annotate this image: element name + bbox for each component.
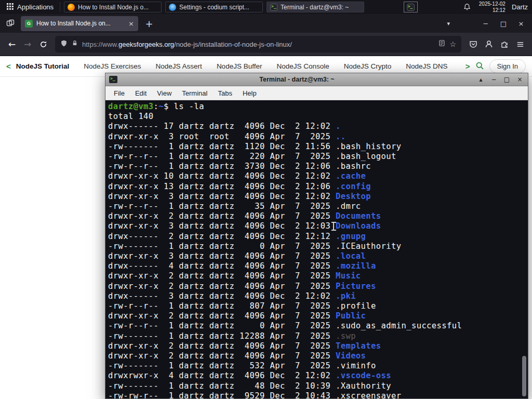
forward-button[interactable]: →	[20, 36, 35, 52]
terminal-close-button[interactable]: ×	[515, 76, 524, 83]
prompt-line: dartz@vm3:~$ ls -la	[108, 102, 526, 112]
file-row: -rw-r--r-- 1 dartz dartz 35 Apr 7 2025 .…	[108, 202, 526, 211]
file-row: drwxr-xr-x 2 dartz dartz 4096 Apr 7 2025…	[108, 341, 526, 351]
nav-item[interactable]: NodeJS DNS	[406, 62, 447, 70]
tray-terminal-icon[interactable]	[407, 4, 415, 11]
browser-close-button[interactable]: ×	[514, 20, 528, 28]
file-name: .gnupg	[336, 232, 366, 241]
browser-maximize-button[interactable]: □	[497, 20, 510, 28]
terminal-icon	[270, 4, 277, 11]
nav-item[interactable]: NodeJS Console	[276, 62, 329, 70]
terminal-output-area[interactable]: dartz@vm3:~$ ls -latotal 140drwx------ 1…	[105, 100, 528, 398]
file-name: Pictures	[336, 282, 376, 291]
menu-item-help[interactable]: Help	[237, 89, 262, 97]
applications-grid-icon	[7, 3, 14, 11]
file-name: .bashrc	[336, 162, 371, 171]
file-name: Public	[336, 311, 366, 321]
terminal-app-icon	[109, 76, 117, 83]
clock-date: 2025-12-02	[479, 1, 506, 7]
file-row: -rw------- 1 dartz dartz 0 Apr 7 2025 .I…	[108, 242, 526, 251]
file-name: .Xauthority	[336, 381, 391, 391]
panel-separator	[60, 3, 61, 12]
menu-item-terminal[interactable]: Terminal	[177, 89, 212, 97]
url-bar[interactable]: https://www.geeksforgeeks.org/node-js/in…	[55, 36, 461, 52]
terminal-titlebar[interactable]: Terminal - dartz@vm3: ~ ▴ − □ ×	[105, 73, 528, 86]
sign-in-button[interactable]: Sign In	[489, 59, 526, 73]
gfg-nav-items: NodeJS TutorialNodeJS ExercisesNodeJS As…	[16, 62, 460, 70]
menu-item-file[interactable]: File	[109, 89, 130, 97]
terminal-shade-button[interactable]: ▴	[476, 76, 485, 83]
file-row: drwxr-xr-x 2 dartz dartz 4096 Apr 7 2025…	[108, 311, 526, 321]
terminal-title: Terminal - dartz@vm3: ~	[122, 76, 472, 83]
firefox-view-icon[interactable]	[4, 17, 17, 30]
terminal-maximize-button[interactable]: □	[502, 76, 511, 83]
file-row: drwxr-xr-x 13 dartz dartz 4096 Dec 2 12:…	[108, 182, 526, 192]
file-name: .xscreensaver	[336, 391, 402, 398]
nav-item[interactable]: NodeJS Assert	[156, 62, 202, 70]
taskbar-button[interactable]: Settings - codium script...	[165, 2, 263, 12]
file-row: drwx------ 4 dartz dartz 4096 Apr 7 2025…	[108, 261, 526, 271]
taskbar: How to Install Node.js o...Settings - co…	[64, 2, 364, 12]
mouse-text-cursor	[331, 222, 336, 231]
file-name: .bash_logout	[336, 152, 396, 161]
file-name: .bash_history	[336, 142, 402, 151]
applications-menu[interactable]: Applications	[3, 0, 57, 14]
nav-scroll-right-icon[interactable]: >	[466, 62, 470, 71]
account-icon[interactable]	[481, 36, 497, 52]
menu-item-view[interactable]: View	[152, 89, 177, 97]
browser-tab[interactable]: G How to Install Node.js on... ×	[21, 16, 138, 31]
pocket-icon[interactable]	[466, 36, 481, 52]
file-name: .swp	[336, 331, 356, 341]
reader-mode-icon[interactable]	[438, 39, 445, 49]
file-name: Documents	[336, 211, 381, 221]
terminal-output: dartz@vm3:~$ ls -latotal 140drwx------ 1…	[105, 100, 528, 398]
notifications-button[interactable]	[463, 3, 471, 11]
browser-toolbar: ← → https://www.geeksforgeeks.org/node-j…	[0, 33, 532, 56]
file-row: -rw------- 1 dartz dartz 532 Apr 7 2025 …	[108, 361, 526, 371]
new-tab-button[interactable]: +	[142, 18, 156, 29]
terminal-window: Terminal - dartz@vm3: ~ ▴ − □ × FileEdit…	[105, 73, 528, 399]
menu-item-edit[interactable]: Edit	[130, 89, 152, 97]
file-name: ..	[336, 132, 345, 141]
back-button[interactable]: ←	[4, 36, 20, 52]
nav-item[interactable]: NodeJS Buffer	[217, 62, 262, 70]
system-tray[interactable]	[404, 2, 418, 12]
file-name: .local	[336, 251, 366, 261]
extensions-icon[interactable]	[497, 36, 512, 52]
scrollbar-thumb[interactable]	[522, 356, 526, 396]
taskbar-button[interactable]: How to Install Node.js o...	[64, 2, 162, 12]
tab-close-icon[interactable]: ×	[128, 20, 134, 28]
menu-icon[interactable]	[512, 36, 528, 52]
nav-item[interactable]: NodeJS Crypto	[344, 62, 392, 70]
file-row: drwxr-xr-x 2 dartz dartz 4096 Apr 7 2025…	[108, 271, 526, 281]
file-name: .	[336, 122, 341, 131]
tab-strip: G How to Install Node.js on... × + ▾ − □…	[0, 14, 532, 33]
list-all-tabs-icon[interactable]: ▾	[447, 20, 450, 27]
search-icon[interactable]	[475, 61, 484, 72]
file-name: Downloads	[336, 221, 381, 231]
file-row: drwxr-xr-x 3 dartz dartz 4096 Apr 7 2025…	[108, 251, 526, 261]
reload-button[interactable]	[35, 36, 51, 52]
file-row: drwxr-xr-x 3 dartz dartz 4096 Dec 2 12:0…	[108, 192, 526, 202]
applications-label: Applications	[17, 3, 54, 11]
user-menu[interactable]: Dartz	[512, 3, 528, 11]
menu-item-tabs[interactable]: Tabs	[212, 89, 237, 97]
nav-item[interactable]: NodeJS Exercises	[84, 62, 141, 70]
file-row: drwxr-xr-x 10 dartz dartz 4096 Dec 2 12:…	[108, 171, 526, 181]
terminal-minimize-button[interactable]: −	[489, 76, 498, 83]
terminal-scrollbar[interactable]	[522, 101, 527, 397]
lock-icon[interactable]	[72, 39, 78, 49]
taskbar-button[interactable]: Terminal - dartz@vm3: ~	[267, 2, 364, 12]
file-name: Templates	[336, 341, 381, 351]
tracking-shield-icon[interactable]	[60, 39, 68, 49]
bookmark-star-icon[interactable]: ☆	[449, 40, 456, 48]
file-row: -rw-r--r-- 1 dartz dartz 220 Apr 7 2025 …	[108, 152, 526, 162]
browser-minimize-button[interactable]: −	[479, 20, 493, 28]
file-name: Videos	[336, 351, 366, 361]
clock[interactable]: 2025-12-02 12:12	[479, 1, 506, 13]
file-row: drwxr-xr-x 3 dartz dartz 4096 Dec 2 12:0…	[108, 221, 526, 231]
nav-scroll-left-icon[interactable]: <	[6, 62, 11, 71]
file-row: drwx------ 3 dartz dartz 4096 Dec 2 12:0…	[108, 291, 526, 301]
file-name: .mozilla	[336, 261, 376, 271]
nav-item[interactable]: NodeJS Tutorial	[16, 62, 70, 70]
